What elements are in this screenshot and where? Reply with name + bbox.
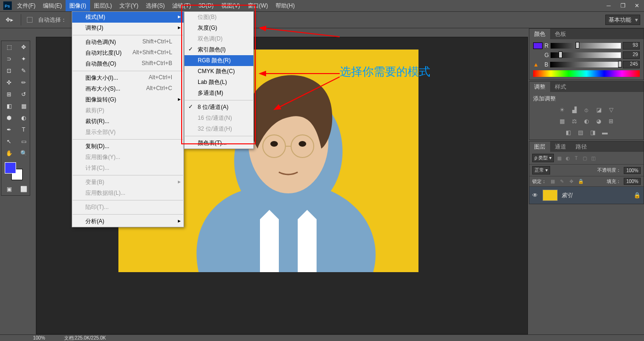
color-swatches[interactable] — [2, 161, 31, 183]
mixer-adj-icon[interactable]: ⊞ — [607, 117, 615, 125]
screenmode-button[interactable]: ⬜ — [17, 183, 31, 195]
fg-color-box[interactable] — [533, 42, 543, 49]
posterize-adj-icon[interactable]: ▤ — [576, 128, 585, 137]
move-tool[interactable]: ✥ — [17, 42, 31, 53]
menu-文件[interactable]: 文件(F) — [13, 0, 39, 11]
hue-adj-icon[interactable]: ▦ — [558, 117, 566, 125]
menu-图像[interactable]: 图像(I) — [66, 0, 90, 11]
eyedropper-tool[interactable]: ✎ — [17, 65, 31, 76]
filter-image-icon[interactable]: ▦ — [556, 156, 562, 161]
filter-smart-icon[interactable]: ◫ — [590, 156, 596, 161]
menuitem-颜色表t[interactable]: 颜色表(T)... — [184, 138, 253, 149]
eraser-tool[interactable]: ◧ — [2, 100, 16, 112]
visibility-icon[interactable]: 👁 — [532, 192, 539, 199]
filter-kind-select[interactable]: ρ 类型 ▾ — [532, 154, 554, 162]
g-value[interactable]: 29 — [623, 51, 640, 59]
lock-trans-icon[interactable]: ▦ — [549, 179, 556, 184]
pen-tool[interactable]: ✒ — [2, 124, 16, 135]
layer-thumbnail[interactable] — [543, 190, 558, 201]
menuitem-rgb 颜色r[interactable]: RGB 颜色(R) — [184, 55, 253, 66]
lock-all-icon[interactable]: 🔒 — [577, 179, 584, 184]
vibrance-adj-icon[interactable]: ▽ — [607, 106, 615, 114]
photo-filter-icon[interactable]: ◕ — [594, 117, 603, 125]
tab-adjustments[interactable]: 调整 — [529, 82, 550, 92]
heal-tool[interactable]: ✜ — [2, 77, 16, 88]
marquee-tool[interactable]: ⬚ — [2, 42, 16, 53]
menuitem-图像旋转g[interactable]: 图像旋转(G)▸ — [72, 94, 184, 105]
filter-type-icon[interactable]: T — [573, 156, 579, 161]
menu-图层[interactable]: 图层(L) — [90, 0, 116, 11]
menuitem-调整j[interactable]: 调整(J)▸ — [72, 23, 184, 33]
shape-tool[interactable]: ▭ — [17, 136, 31, 147]
zoom-tool[interactable]: 🔍 — [17, 148, 31, 159]
g-slider[interactable] — [551, 52, 621, 58]
opacity-value[interactable]: 100% — [624, 167, 641, 174]
tab-layers[interactable]: 图层 — [529, 141, 550, 152]
crop-tool[interactable]: ⊡ — [2, 65, 16, 76]
menuitem-cmyk 颜色c[interactable]: CMYK 颜色(C) — [184, 66, 253, 77]
lock-paint-icon[interactable]: ✎ — [559, 179, 565, 184]
move-tool-icon[interactable]: ✥▸ — [4, 14, 15, 25]
menuitem-多通道m[interactable]: 多通道(M) — [184, 88, 253, 99]
blur-tool[interactable]: ⬢ — [2, 112, 16, 124]
tab-paths[interactable]: 路径 — [571, 141, 592, 152]
minimize-button[interactable]: ─ — [602, 0, 616, 11]
hue-bar[interactable] — [533, 70, 640, 77]
menuitem-画布大小s[interactable]: 画布大小(S)...Alt+Ctrl+C — [72, 83, 184, 94]
path-select-tool[interactable]: ↖ — [2, 136, 16, 147]
menu-帮助[interactable]: 帮助(H) — [272, 0, 299, 11]
wand-tool[interactable]: ✦ — [17, 53, 31, 65]
menuitem-lab 颜色l[interactable]: Lab 颜色(L) — [184, 77, 253, 88]
menuitem-复制d[interactable]: 复制(D)... — [72, 141, 184, 152]
layer-item[interactable]: 👁 索引 🔒 — [529, 187, 644, 204]
menuitem-灰度g[interactable]: 灰度(G) — [184, 23, 253, 33]
menuitem-裁切r[interactable]: 裁切(R)... — [72, 116, 184, 127]
history-brush-tool[interactable]: ↺ — [17, 89, 31, 100]
menu-窗口[interactable]: 窗口(W) — [244, 0, 272, 11]
menuitem-自动颜色o[interactable]: 自动颜色(O)Shift+Ctrl+B — [72, 58, 184, 69]
b-slider[interactable] — [550, 62, 621, 67]
gradient-tool[interactable]: ▦ — [17, 100, 31, 112]
menuitem-图像大小i[interactable]: 图像大小(I)...Alt+Ctrl+I — [72, 73, 184, 83]
menu-编辑[interactable]: 编辑(E) — [39, 0, 66, 11]
tab-swatches[interactable]: 色板 — [550, 29, 571, 39]
menuitem-模式m[interactable]: 模式(M)▸ — [72, 12, 184, 23]
dodge-tool[interactable]: ◐ — [17, 112, 31, 124]
gradient-map-icon[interactable]: ▬ — [601, 128, 609, 137]
quickmask-button[interactable]: ▣ — [2, 183, 16, 195]
menu-视图[interactable]: 视图(V) — [217, 0, 244, 11]
tab-channels[interactable]: 通道 — [550, 141, 571, 152]
menu-3d[interactable]: 3D(D) — [195, 0, 217, 11]
filter-shape-icon[interactable]: ▢ — [581, 156, 588, 161]
menu-文字[interactable]: 文字(Y) — [116, 0, 142, 11]
balance-adj-icon[interactable]: ⚖ — [570, 117, 578, 125]
tab-styles[interactable]: 样式 — [550, 82, 571, 92]
curves-adj-icon[interactable]: ⦶ — [582, 106, 591, 114]
auto-select-checkbox[interactable] — [27, 17, 33, 23]
menu-选择[interactable]: 选择(S) — [142, 0, 168, 11]
close-button[interactable]: ✕ — [630, 0, 644, 11]
r-slider[interactable] — [551, 43, 621, 49]
menuitem-自动对比度u[interactable]: 自动对比度(U)Alt+Shift+Ctrl+L — [72, 48, 184, 58]
zoom-level[interactable]: 100% — [33, 335, 45, 341]
hand-tool[interactable]: ✋ — [2, 148, 16, 159]
menuitem-8 位/通道a[interactable]: 8 位/通道(A)✓ — [184, 102, 253, 113]
blend-mode-select[interactable]: 正常 ▾ — [532, 166, 550, 175]
brush-tool[interactable]: ✏ — [17, 77, 31, 88]
brightness-adj-icon[interactable]: ☀ — [558, 106, 566, 114]
maximize-button[interactable]: ❐ — [616, 0, 630, 11]
bw-adj-icon[interactable]: ◐ — [582, 117, 591, 125]
menuitem-自动色调n[interactable]: 自动色调(N)Shift+Ctrl+L — [72, 37, 184, 48]
invert-adj-icon[interactable]: ◧ — [564, 128, 572, 137]
exposure-adj-icon[interactable]: ◪ — [594, 106, 603, 114]
threshold-adj-icon[interactable]: ◨ — [588, 128, 597, 137]
foreground-swatch[interactable] — [5, 162, 16, 174]
type-tool[interactable]: T — [17, 124, 31, 135]
r-value[interactable]: 93 — [623, 42, 640, 50]
lasso-tool[interactable]: ⊃ — [2, 53, 16, 65]
levels-adj-icon[interactable]: ▟ — [570, 106, 578, 114]
fill-value[interactable]: 100% — [624, 178, 641, 185]
tab-color[interactable]: 颜色 — [529, 29, 550, 39]
stamp-tool[interactable]: ⊞ — [2, 89, 16, 100]
filter-adj-icon[interactable]: ◐ — [564, 156, 571, 161]
